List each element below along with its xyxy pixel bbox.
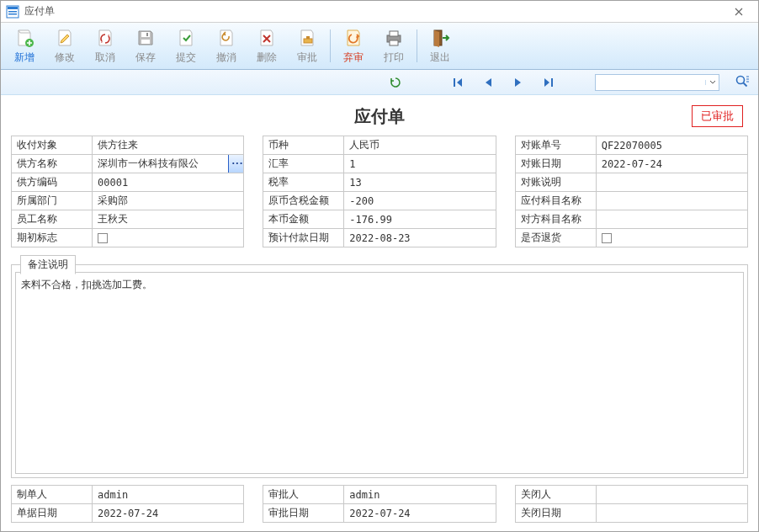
exit-label: 退出 — [430, 51, 450, 65]
initial-flag-label: 期初标志 — [12, 229, 93, 247]
nav-bar — [1, 70, 758, 95]
recon-desc-label: 对账说明 — [515, 173, 596, 192]
initial-flag-checkbox[interactable] — [98, 233, 108, 243]
approve-date-value: 2022-07-24 — [344, 508, 495, 519]
nav-search-input[interactable] — [596, 77, 705, 88]
edit-icon — [54, 27, 76, 49]
supplier-name-label: 供方名称 — [12, 155, 93, 173]
right-field-table: 对账单号 QF22070005 对账日期 2022-07-24 对账说明 应付科… — [515, 136, 748, 247]
currency-value[interactable]: 人民币 — [344, 138, 495, 152]
footer-mid-table: 审批人 admin 审批日期 2022-07-24 — [263, 485, 496, 523]
supplier-name-value[interactable]: 深圳市一休科技有限公 — [93, 155, 228, 173]
doc-header: 应付单 已审批 — [11, 102, 748, 130]
closer-label: 关闭人 — [515, 486, 596, 504]
refresh-button[interactable] — [388, 75, 403, 90]
svg-rect-12 — [390, 40, 398, 45]
approve-button[interactable]: 审批 — [287, 24, 327, 67]
svg-rect-14 — [454, 78, 455, 87]
add-icon — [13, 27, 35, 49]
app-icon — [6, 5, 19, 19]
payee-type-label: 收付对象 — [12, 136, 93, 155]
approved-stamp: 已审批 — [692, 105, 743, 127]
local-amount-value[interactable]: -176.99 — [344, 214, 495, 226]
nav-search-dropdown[interactable] — [705, 80, 719, 85]
cancel-icon — [94, 27, 116, 49]
print-button[interactable]: 打印 — [374, 24, 414, 67]
department-value[interactable]: 采购部 — [93, 194, 243, 208]
cancel-button[interactable]: 取消 — [85, 24, 125, 67]
undo-label: 撤消 — [216, 51, 236, 65]
footer-right-table: 关闭人 关闭日期 — [515, 485, 748, 523]
edit-button[interactable]: 修改 — [45, 24, 85, 67]
orig-amount-value[interactable]: -200 — [344, 195, 495, 207]
toolbar-separator-2 — [417, 29, 417, 62]
abandon-approve-icon — [342, 27, 364, 49]
est-pay-date-label: 预计付款日期 — [263, 229, 344, 247]
save-button[interactable]: 保存 — [125, 24, 166, 67]
window-title: 应付单 — [24, 4, 724, 19]
counter-subject-label: 对方科目名称 — [515, 210, 596, 229]
footer-left-table: 制单人 admin 单据日期 2022-07-24 — [11, 485, 244, 523]
est-pay-date-value[interactable]: 2022-08-23 — [344, 232, 495, 244]
local-amount-label: 本币金额 — [263, 210, 344, 229]
is-return-checkbox[interactable] — [602, 233, 612, 243]
employee-value[interactable]: 王秋天 — [93, 212, 243, 226]
payee-type-value[interactable]: 供方往来 — [93, 138, 243, 152]
recon-date-label: 对账日期 — [515, 155, 596, 173]
rate-label: 汇率 — [263, 155, 344, 173]
recon-date-value[interactable]: 2022-07-24 — [597, 158, 747, 170]
remarks-group: 备注说明 来料不合格，扣挑选加工费。 — [11, 264, 748, 478]
save-icon — [135, 27, 157, 49]
creator-label: 制单人 — [12, 486, 93, 504]
toolbar-separator — [330, 29, 331, 62]
svg-rect-1 — [8, 7, 18, 9]
add-label: 新增 — [14, 51, 34, 65]
abandon-approve-button[interactable]: 弃审 — [333, 24, 374, 67]
prev-record-button[interactable] — [480, 75, 496, 90]
close-date-label: 关闭日期 — [515, 504, 596, 523]
next-record-button[interactable] — [511, 75, 526, 90]
add-button[interactable]: 新增 — [4, 24, 45, 67]
tax-rate-value[interactable]: 13 — [344, 177, 495, 189]
nav-search-go-button[interactable] — [735, 74, 750, 90]
submit-button[interactable]: 提交 — [166, 24, 206, 67]
doc-date-value: 2022-07-24 — [93, 508, 243, 519]
recon-no-value[interactable]: QF22070005 — [597, 140, 747, 152]
first-record-button[interactable] — [450, 75, 465, 90]
supplier-lookup-button[interactable]: ··· — [228, 155, 243, 173]
remarks-text[interactable]: 来料不合格，扣挑选加工费。 — [15, 272, 744, 474]
svg-rect-6 — [141, 40, 150, 44]
delete-label: 删除 — [257, 51, 277, 65]
tax-rate-label: 税率 — [263, 173, 344, 192]
last-record-button[interactable] — [541, 75, 556, 90]
supplier-code-label: 供方编码 — [12, 173, 93, 192]
rate-value[interactable]: 1 — [344, 158, 495, 170]
footer-fields: 制单人 admin 单据日期 2022-07-24 审批人 admin 审批日期… — [11, 485, 748, 523]
recon-no-label: 对账单号 — [515, 136, 596, 155]
currency-label: 币种 — [263, 136, 344, 155]
submit-icon — [175, 27, 197, 49]
main-toolbar: 新增 修改 取消 保存 提交 — [1, 23, 758, 70]
main-fields: 收付对象 供方往来 供方名称 深圳市一休科技有限公··· 供方编码 00001 … — [11, 136, 748, 247]
nav-search — [595, 74, 719, 91]
undo-icon — [215, 27, 237, 49]
approver-value: admin — [344, 489, 495, 501]
delete-icon — [256, 27, 278, 49]
approve-date-label: 审批日期 — [263, 504, 344, 523]
approve-icon — [296, 27, 318, 49]
undo-button[interactable]: 撤消 — [206, 24, 247, 67]
window-close-button[interactable] — [724, 3, 753, 20]
approver-label: 审批人 — [263, 486, 344, 504]
svg-rect-9 — [306, 36, 310, 39]
supplier-code-value[interactable]: 00001 — [93, 177, 243, 189]
creator-value: admin — [93, 489, 243, 501]
abandon-approve-label: 弃审 — [343, 51, 364, 65]
exit-button[interactable]: 退出 — [420, 24, 460, 67]
svg-rect-3 — [8, 13, 17, 15]
doc-date-label: 单据日期 — [12, 504, 93, 523]
delete-button[interactable]: 删除 — [247, 24, 287, 67]
svg-rect-8 — [304, 39, 312, 43]
approve-label: 审批 — [297, 51, 317, 65]
save-label: 保存 — [135, 51, 156, 65]
edit-label: 修改 — [55, 51, 75, 65]
